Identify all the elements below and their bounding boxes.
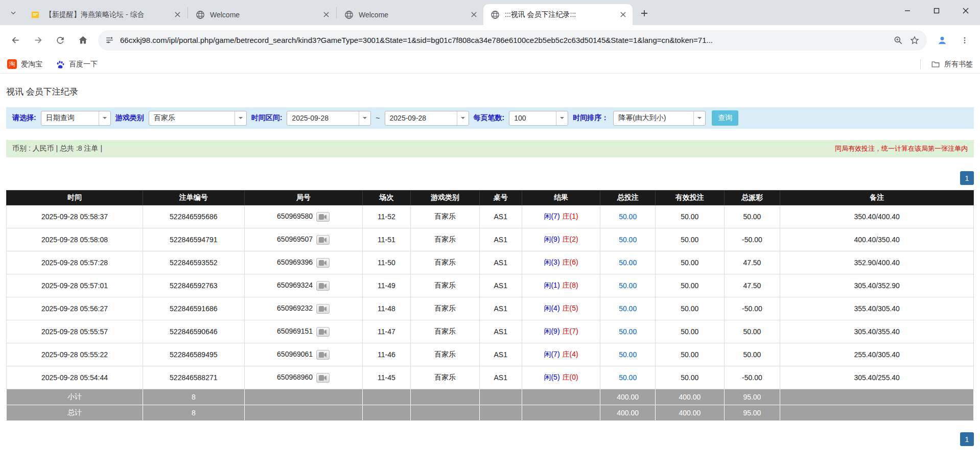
col-payout: 总派彩 [724,191,780,205]
cell-session: 11-45 [362,366,411,389]
browser-tab-betrecord[interactable]: :::视讯 会员下注纪录::: [483,4,633,25]
result-banker: 庄(7) [563,327,578,335]
forward-button[interactable] [28,30,48,51]
page-number-button[interactable]: 1 [960,432,974,446]
profile-avatar-icon [937,35,948,46]
reload-button[interactable] [50,30,71,51]
cell-table: AS1 [479,343,522,366]
cell-table: AS1 [479,366,522,389]
video-replay-button[interactable] [316,327,330,337]
query-mode-value: 日期查询 [41,113,99,123]
browser-tab-welcome-2[interactable]: Welcome [337,4,483,25]
cell-total-bet: 50.00 [600,320,656,343]
sort-value: 降幂(由大到小) [614,113,693,123]
minimize-button[interactable] [893,0,922,21]
dropdown-arrow-icon[interactable] [693,111,705,125]
video-replay-button[interactable] [316,304,330,314]
table-header-row: 时间 注单编号 局号 场次 游戏类别 桌号 结果 总投注 有效投注 总派彩 备注 [7,191,974,205]
tab-search-button[interactable] [5,5,21,21]
cell-total-bet: 50.00 [600,343,656,366]
profile-button[interactable] [932,30,952,51]
total-bet-link[interactable]: 50.00 [619,305,637,313]
round-number: 650969232 [277,304,313,312]
cell-session: 11-50 [362,251,411,274]
date-to-select[interactable]: 2025-09-28 [385,111,469,126]
dropdown-arrow-icon[interactable] [556,111,568,125]
back-button[interactable] [5,30,26,51]
total-valid-bet: 400.00 [656,405,724,421]
dropdown-arrow-icon[interactable] [235,111,246,125]
maximize-button[interactable] [922,0,951,21]
address-bar[interactable]: 66cxkj98.com/ipl/portal.php/game/betreco… [98,30,927,51]
taobao-icon: 淘 [7,59,17,69]
folder-icon [931,60,940,69]
pagination-top: 1 [6,171,974,185]
cell-valid-bet: 50.00 [656,228,724,251]
total-bet-link[interactable]: 50.00 [619,351,637,359]
total-bet-link[interactable]: 50.00 [619,328,637,336]
col-game-type: 游戏类别 [411,191,479,205]
tab-close-icon[interactable] [172,9,183,20]
search-button[interactable]: 查询 [712,110,738,126]
baidu-paw-icon [56,60,65,69]
tab-close-icon[interactable] [468,9,479,20]
video-replay-button[interactable] [316,235,330,245]
home-button[interactable] [73,30,93,51]
sort-label: 时间排序： [573,113,609,123]
total-bet-link[interactable]: 50.00 [619,259,637,267]
video-replay-button[interactable] [316,373,330,383]
browser-tab-forum[interactable]: 【新提醒】海燕策略论坛 - 综合 [24,4,187,25]
query-mode-select[interactable]: 日期查询 [41,111,111,126]
browser-menu-button[interactable] [954,30,975,51]
tab-close-icon[interactable] [617,9,628,20]
browser-tab-welcome-1[interactable]: Welcome [189,4,336,25]
range-separator: ~ [376,114,380,122]
currency-total-text: 币别 : 人民币 | 总共 :8 注单 | [12,144,102,153]
total-bet-link[interactable]: 50.00 [619,282,637,290]
cell-valid-bet: 50.00 [656,251,724,274]
tab-close-icon[interactable] [320,9,332,20]
cell-bet-id: 522846590646 [143,320,244,343]
all-bookmarks[interactable]: 所有书签 [920,59,973,69]
total-bet-link[interactable]: 50.00 [619,373,637,382]
game-type-select[interactable]: 百家乐 [149,111,247,126]
bookmark-star-icon[interactable] [909,35,920,45]
subtotal-label: 小计 [7,389,143,405]
bookmark-label: 爱淘宝 [21,60,42,69]
col-session: 场次 [362,191,411,205]
zoom-icon[interactable] [893,35,903,45]
total-bet-link[interactable]: 50.00 [619,236,637,244]
round-number: 650969151 [277,327,313,335]
per-page-select[interactable]: 100 [509,111,568,126]
result-player: 闲(7) [544,212,559,220]
total-bet-link[interactable]: 50.00 [619,213,637,221]
cell-valid-bet: 50.00 [656,205,724,228]
cell-note: 400.40/350.40 [780,228,974,251]
filter-bar: 请选择: 日期查询 游戏类别 百家乐 时间区间: 2025-09-28 ~ 20… [6,107,974,129]
bookmark-baidu[interactable]: 百度一下 [56,60,98,69]
video-replay-button[interactable] [316,281,330,291]
date-to-value: 2025-09-28 [385,114,457,122]
cell-time: 2025-09-28 05:55:57 [7,320,143,343]
cell-payout: 47.50 [724,274,780,297]
date-from-select[interactable]: 2025-09-28 [287,111,371,126]
dropdown-arrow-icon[interactable] [99,111,110,125]
result-player: 闲(5) [544,373,559,381]
sort-select[interactable]: 降幂(由大到小) [613,111,706,126]
bookmarks-bar: 淘 爱淘宝 百度一下 所有书签 [0,55,980,74]
cell-bet-id: 522846589495 [143,343,244,366]
dropdown-arrow-icon[interactable] [359,111,370,125]
cell-session: 11-47 [362,320,411,343]
summary-info-bar: 币别 : 人民币 | 总共 :8 注单 | 同局有效投注，统一计算在该局第一张注… [6,140,974,157]
video-replay-button[interactable] [316,258,330,268]
cell-session: 11-49 [362,274,411,297]
video-replay-button[interactable] [316,212,330,222]
new-tab-button[interactable] [637,6,652,21]
page-number-button[interactable]: 1 [960,171,974,185]
bookmark-aitaobao[interactable]: 淘 爱淘宝 [7,59,42,69]
window-close-button[interactable] [951,0,980,21]
pagination-bottom: 1 [6,432,974,446]
video-replay-button[interactable] [316,350,330,360]
dropdown-arrow-icon[interactable] [457,111,469,125]
cell-round: 650969151 [244,320,362,343]
